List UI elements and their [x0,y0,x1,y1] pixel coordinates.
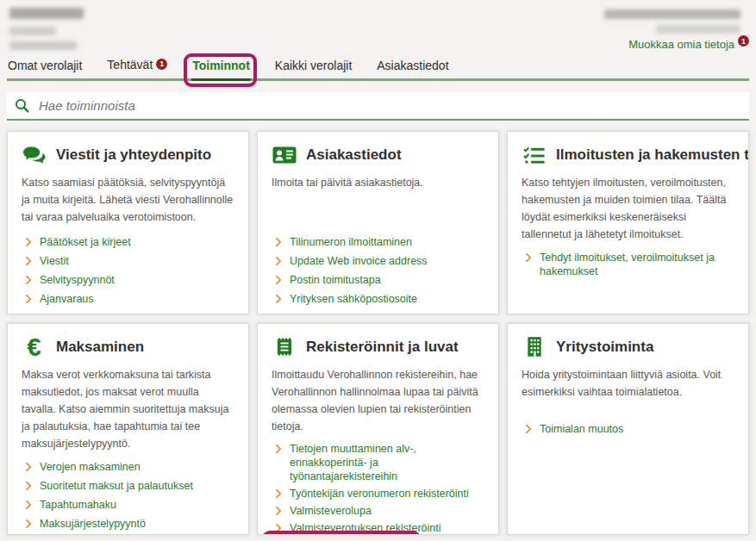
link-viestit[interactable]: Viestit [40,254,69,268]
link-update-web-invoice-address[interactable]: Update Web invoice address [290,254,428,268]
link-konsernisuhteiden-muutokset[interactable]: Konsernisuhteiden muutokset [290,311,432,314]
card-description: Hoida yritystoimintaan liittyviä asioita… [522,366,734,414]
list-item: Tapahtumahaku [22,495,234,514]
chevron-right-icon [272,488,281,498]
chevron-right-icon [272,294,281,303]
card-title: Maksaminen [56,339,144,356]
link-toimialan-muutos[interactable]: Toimialan muutos [540,422,623,436]
link-valmisteverotuksen-rekisterointi[interactable]: Valmisteverotuksen rekisteröinti [290,521,441,535]
card-title: Asiakastiedot [306,146,402,164]
chevron-right-icon [522,252,531,262]
list-item: Tietojen muuttaminen alv-, ennakkoperint… [272,440,484,485]
function-cards-grid: Viestit ja yhteydenpito Katso saamiasi p… [7,131,749,535]
list-item: Maksujärjestelypyyntö [22,514,234,533]
list-item: Tilinumeron ilmoittaminen [272,233,484,252]
redacted-user-name [604,9,740,19]
list-item: Postin toimitustapa [272,270,484,289]
link-ajanvaraus[interactable]: Ajanvaraus [40,292,94,306]
list-item: Valmisteverotuksen rekisteröinti [272,519,484,535]
card-asiakastiedot: Asiakastiedot Ilmoita tai päivitä asiaka… [257,131,499,314]
card-description: Ilmoita tai päivitä asiakastietoja. [272,174,484,227]
link-tietojen-muuttaminen-rekistereihin[interactable]: Tietojen muuttaminen alv-, ennakkoperint… [290,442,484,483]
card-description: Katso tehtyjen ilmoitusten, veroilmoitus… [522,174,734,243]
list-item: Suoritetut maksut ja palautukset [22,476,234,495]
euro-icon: € [22,336,47,358]
card-yritystoiminta: Yritystoiminta Hoida yritystoimintaan li… [507,323,749,535]
link-paatokset-ja-kirjeet[interactable]: Päätökset ja kirjeet [40,235,131,249]
chevron-right-icon [22,294,31,303]
card-title: Ilmoitusten ja hakemusten tila [556,146,749,164]
link-tehdyt-ilmoitukset[interactable]: Tehdyt ilmoitukset, veroilmoitukset ja h… [540,251,734,278]
card-ilmoitusten-ja-hakemusten-tila: Ilmoitusten ja hakemusten tila Katso teh… [507,131,749,314]
omavero-toiminnot-page: Muokkaa omia tietoja 1 Omat verolajit Te… [0,0,756,541]
tab-toiminnot[interactable]: Toiminnot [191,56,251,78]
tab-tehtavat[interactable]: Tehtävät 1 [106,55,168,78]
chevron-right-icon [22,462,31,471]
chevron-right-icon [22,519,31,528]
link-tapahtumahaku[interactable]: Tapahtumahaku [40,498,116,512]
redacted-company-detail-1 [9,27,56,35]
chat-icon [22,146,47,165]
card-rekisteroinnit-ja-luvat: Rekisteröinnit ja luvat Ilmoittaudu Vero… [257,323,499,535]
link-suoritetut-maksut-ja-palautukset[interactable]: Suoritetut maksut ja palautukset [40,479,193,493]
link-selvityspyynnot[interactable]: Selvityspyynnöt [40,273,115,287]
redacted-company-detail-2 [9,41,77,50]
tab-kaikki-verolajit[interactable]: Kaikki verolajit [274,56,353,78]
search-icon [15,98,29,113]
card-title: Viestit ja yhteydenpito [56,146,211,164]
list-item: Yrityksen sähköpostiosoite [272,289,484,308]
chevron-right-icon [272,256,281,265]
chevron-right-icon [272,313,281,314]
chevron-right-icon [522,424,531,433]
tab-asiakastiedot[interactable]: Asiakastiedot [376,56,449,78]
card-title: Yritystoiminta [556,339,653,356]
list-item: Työntekijän veronumeron rekisteröinti [272,485,484,502]
link-postin-toimitustapa[interactable]: Postin toimitustapa [290,273,381,287]
chevron-right-icon [22,237,31,246]
checklist-icon [522,146,547,165]
card-maksaminen: € Maksaminen Maksa verot verkkomaksuna t… [7,323,249,535]
redacted-user-detail [656,25,740,34]
edit-own-info-link[interactable]: Muokkaa omia tietoja [628,38,734,51]
card-description: Maksa verot verkkomaksuna tai tarkista m… [22,366,234,452]
building-icon [522,336,547,358]
contact-card-icon [272,146,297,164]
card-title: Rekisteröinnit ja luvat [306,339,459,356]
card-description: Katso saamiasi päätöksiä, selvityspyyntö… [22,174,234,227]
link-tyontekijan-veronumeron-rekisterointi[interactable]: Työntekijän veronumeron rekisteröinti [290,487,469,501]
chevron-right-icon [22,481,31,490]
list-item: Valmisteverolupa [272,502,484,519]
list-item: Toimialan muutos [522,420,734,438]
main-tab-bar: Omat verolajit Tehtävät 1 Toiminnot Kaik… [7,55,749,81]
chevron-right-icon [272,275,281,284]
chevron-right-icon [272,506,281,515]
redacted-company-name [9,8,84,19]
card-description: Ilmoittaudu Verohallinnon rekistereihin,… [272,366,484,435]
page-header: Muokkaa omia tietoja 1 [7,5,749,55]
link-yrityksen-sahkopostiosoite[interactable]: Yrityksen sähköpostiosoite [290,292,417,306]
link-verojen-maksaminen[interactable]: Verojen maksaminen [40,460,141,474]
chevron-right-icon [22,256,31,265]
link-maksujarjestelypyynto[interactable]: Maksujärjestelypyyntö [40,517,146,531]
list-item: Konsernisuhteiden muutokset [272,308,484,314]
tab-toiminnot-label: Toiminnot [192,59,250,72]
chevron-right-icon [22,500,31,509]
tab-omat-verolajit[interactable]: Omat verolajit [7,56,83,78]
chevron-right-icon [272,444,281,453]
tab-tehtavat-label: Tehtävät [107,58,153,72]
link-valmisteverolupa[interactable]: Valmisteverolupa [290,504,372,518]
chevron-right-icon [22,275,31,284]
search-input[interactable] [37,97,741,114]
chevron-right-icon [272,237,281,246]
list-item: Selvityspyynnöt [22,270,234,289]
list-item: Tehdyt ilmoitukset, veroilmoitukset ja h… [522,248,734,281]
list-item: Ajanvaraus [22,289,234,308]
chevron-right-icon [272,523,281,532]
list-item: Update Web invoice address [272,252,484,270]
list-item: Viestit [22,252,234,270]
list-item: Verojen maksaminen [22,457,234,476]
card-viestit-ja-yhteydenpito: Viestit ja yhteydenpito Katso saamiasi p… [7,131,249,314]
tehtavat-count-badge: 1 [156,59,167,70]
link-tilinumeron-ilmoittaminen[interactable]: Tilinumeron ilmoittaminen [290,235,412,249]
search-bar [7,92,749,121]
